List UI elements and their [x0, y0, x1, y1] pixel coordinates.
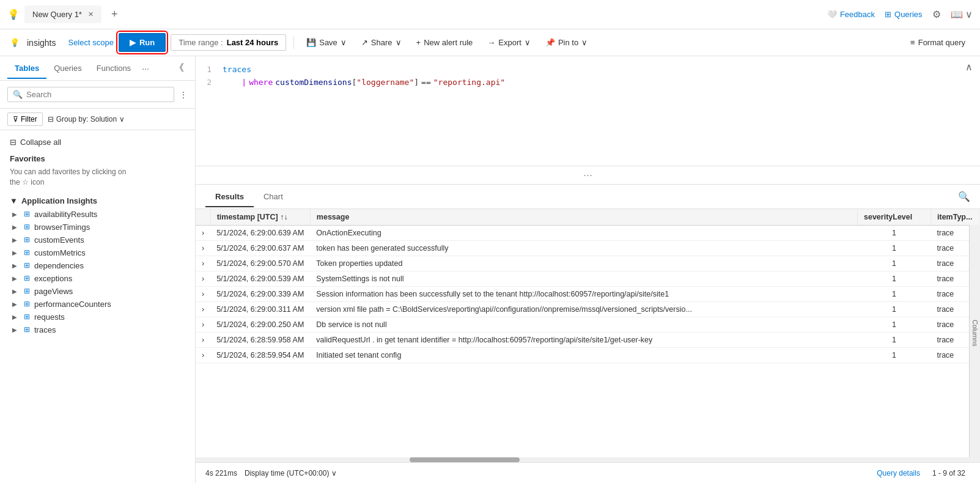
code-line-2: | where customDimensions [ "loggername" … — [223, 76, 973, 89]
code-line-1: traces — [223, 64, 973, 76]
select-scope-button[interactable]: Select scope — [68, 38, 113, 47]
app-insights-section[interactable]: ▼ Application Insights — [0, 193, 195, 208]
cell-timestamp: 5/1/2024, 6:28:59.954 AM — [210, 348, 310, 363]
groupby-button[interactable]: ⊟ Group by: Solution ∨ — [48, 115, 125, 124]
tree-item-performanceCounters[interactable]: ▶ ⊞ performanceCounters — [0, 298, 195, 311]
query-details-button[interactable]: Query details — [877, 469, 920, 477]
export-button[interactable]: → Export ∨ — [482, 35, 536, 50]
dots-separator[interactable]: ··· — [196, 166, 980, 185]
export-chevron-icon: ∨ — [525, 38, 531, 47]
cell-severity: 1 — [858, 271, 931, 287]
col-header-expand — [196, 209, 210, 226]
search-options-button[interactable]: ⋮ — [179, 90, 188, 100]
cell-severity: 1 — [858, 287, 931, 302]
collapse-panel-button[interactable]: 《 — [171, 57, 188, 79]
cell-timestamp: 5/1/2024, 6:29:00.570 AM — [210, 256, 310, 271]
tab-functions[interactable]: Functions — [89, 59, 138, 79]
row-expand-button[interactable]: › — [196, 302, 210, 317]
section-collapse-icon: ▼ — [10, 196, 18, 205]
col-header-timestamp[interactable]: timestamp [UTC] ↑↓ — [210, 209, 310, 226]
table-row: › 5/1/2024, 6:29:00.311 AM version xml f… — [196, 302, 980, 317]
tab-tables[interactable]: Tables — [7, 59, 46, 79]
pin-button[interactable]: 📌 Pin to ∨ — [540, 35, 592, 50]
filter-button[interactable]: ⊽ Filter — [7, 112, 43, 126]
add-tab-button[interactable]: + — [106, 6, 123, 23]
row-expand-button[interactable]: › — [196, 256, 210, 271]
tab-chart[interactable]: Chart — [254, 187, 293, 207]
display-time-button[interactable]: Display time (UTC+00:00) ∨ — [245, 469, 337, 477]
col-header-message[interactable]: message — [310, 209, 857, 226]
table-header: timestamp [UTC] ↑↓ message severityLevel… — [196, 209, 980, 226]
docs-button[interactable]: 📖 ∨ — [951, 9, 973, 20]
row-expand-button[interactable]: › — [196, 317, 210, 333]
horizontal-scrollbar[interactable] — [196, 457, 980, 462]
table-row: › 5/1/2024, 6:28:59.954 AM Initiated set… — [196, 348, 980, 363]
tab-nav: Tables Queries Functions ··· — [7, 59, 153, 78]
tab-results[interactable]: Results — [205, 187, 254, 207]
new-alert-button[interactable]: + New alert rule — [411, 35, 478, 50]
col-header-severity[interactable]: severityLevel — [858, 209, 931, 226]
tree-item-requests[interactable]: ▶ ⊞ requests — [0, 311, 195, 323]
results-table: timestamp [UTC] ↑↓ message severityLevel… — [196, 209, 980, 363]
row-expand-button[interactable]: › — [196, 333, 210, 348]
row-expand-button[interactable]: › — [196, 241, 210, 256]
table-row: › 5/1/2024, 6:29:00.639 AM OnActionExecu… — [196, 226, 980, 241]
expand-arrow-icon: ▶ — [12, 249, 20, 256]
table-icon: ⊞ — [22, 210, 32, 218]
save-icon: 💾 — [306, 38, 316, 47]
tree-item-availabilityResults[interactable]: ▶ ⊞ availabilityResults — [0, 208, 195, 221]
format-icon: ≡ — [910, 38, 915, 47]
tree-item-browserTimings[interactable]: ▶ ⊞ browserTimings — [0, 221, 195, 234]
queries-button[interactable]: ⊞ Queries — [885, 10, 923, 19]
cell-message: Token properties updated — [310, 256, 857, 271]
filter-icon: ⊽ — [13, 115, 18, 124]
cell-message: SystemSettings is not null — [310, 271, 857, 287]
feedback-button[interactable]: 🤍 Feedback — [827, 10, 875, 19]
table-icon: ⊞ — [22, 223, 32, 231]
sort-icon[interactable]: ↑↓ — [280, 213, 288, 221]
tree-item-pageViews[interactable]: ▶ ⊞ pageViews — [0, 285, 195, 298]
collapse-all-button[interactable]: ⊟ Collapse all — [0, 135, 195, 149]
share-icon: ↗ — [361, 38, 368, 47]
cell-message: Initiated set tenant config — [310, 348, 857, 363]
time-range-button[interactable]: Time range : Last 24 hours — [171, 34, 286, 51]
row-expand-button[interactable]: › — [196, 348, 210, 363]
tree-item-customEvents[interactable]: ▶ ⊞ customEvents — [0, 234, 195, 246]
pin-icon: 📌 — [545, 38, 555, 47]
query-tab[interactable]: New Query 1* ✕ — [24, 6, 101, 23]
table-icon: ⊞ — [22, 248, 32, 257]
row-expand-button[interactable]: › — [196, 271, 210, 287]
cell-timestamp: 5/1/2024, 6:29:00.250 AM — [210, 317, 310, 333]
cell-message: Db service is not null — [310, 317, 857, 333]
tree-item-traces[interactable]: ▶ ⊞ traces — [0, 323, 195, 336]
expand-arrow-icon: ▶ — [12, 224, 20, 230]
editor-collapse-button[interactable]: ∧ — [965, 61, 973, 73]
tree-item-exceptions[interactable]: ▶ ⊞ exceptions — [0, 272, 195, 285]
row-expand-button[interactable]: › — [196, 226, 210, 241]
save-button[interactable]: 💾 Save ∨ — [301, 35, 352, 50]
tab-queries[interactable]: Queries — [46, 59, 89, 79]
table-icon: ⊞ — [22, 274, 32, 282]
cell-severity: 1 — [858, 333, 931, 348]
code-content[interactable]: traces | where customDimensions [ "logge… — [196, 56, 980, 97]
settings-button[interactable]: ⚙ — [932, 9, 941, 20]
col-header-itemtype[interactable]: itemTyp... — [931, 209, 980, 226]
queries-icon: ⊞ — [885, 10, 891, 19]
search-input[interactable] — [26, 90, 169, 99]
share-button[interactable]: ↗ Share ∨ — [356, 35, 407, 50]
code-editor[interactable]: 1 2 traces | where customDimensions [ "l… — [196, 56, 980, 166]
table-body: › 5/1/2024, 6:29:00.639 AM OnActionExecu… — [196, 226, 980, 363]
expand-arrow-icon: ▶ — [12, 211, 20, 218]
tab-more-button[interactable]: ··· — [138, 59, 153, 78]
tree-item-customMetrics[interactable]: ▶ ⊞ customMetrics — [0, 246, 195, 259]
results-search-icon[interactable]: 🔍 — [958, 191, 970, 202]
expand-arrow-icon: ▶ — [12, 301, 20, 308]
tab-close-button[interactable]: ✕ — [88, 10, 94, 18]
groupby-chevron-icon: ∨ — [119, 115, 125, 124]
tree-item-dependencies[interactable]: ▶ ⊞ dependencies — [0, 259, 195, 272]
format-query-button[interactable]: ≡ Format query — [905, 35, 970, 50]
columns-side-label[interactable]: Columns — [969, 209, 980, 457]
row-expand-button[interactable]: › — [196, 287, 210, 302]
results-tabs: Results Chart 🔍 — [196, 185, 980, 209]
run-button[interactable]: ▶ Run — [119, 33, 166, 52]
